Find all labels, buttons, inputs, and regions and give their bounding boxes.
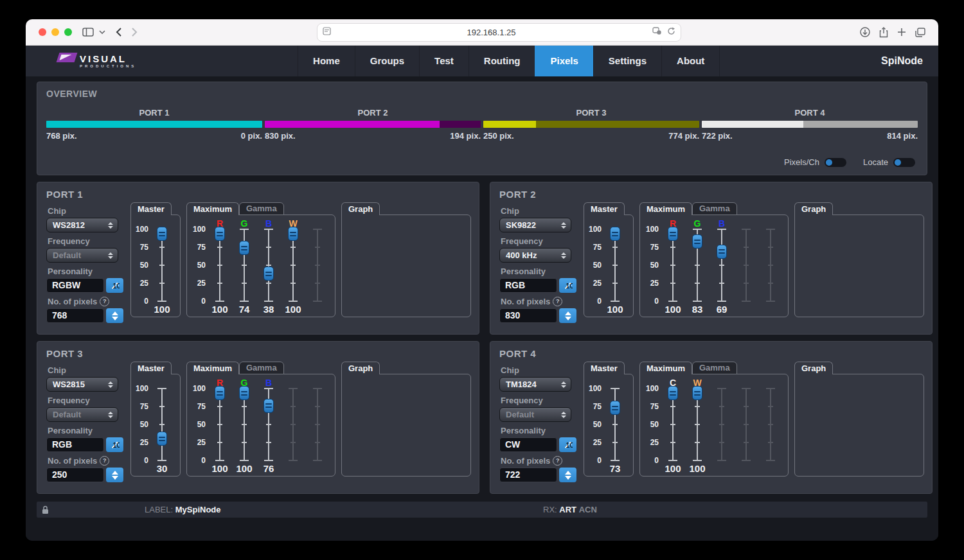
- nav-tab-routing[interactable]: Routing: [469, 46, 535, 76]
- nav-tab-about[interactable]: About: [661, 46, 720, 76]
- pixels-stepper[interactable]: [106, 308, 123, 323]
- handle-ridge: [159, 437, 165, 438]
- gamma-tab[interactable]: Gamma: [239, 362, 284, 374]
- pixels-ch-toggle-label: Pixels/Ch: [784, 157, 819, 167]
- slider-tick: [695, 265, 700, 266]
- frequency-select[interactable]: Default: [499, 407, 571, 422]
- maximum-tab[interactable]: Maximum: [186, 362, 239, 374]
- slider-handle[interactable]: [668, 227, 678, 241]
- master-slider: 100: [150, 219, 174, 317]
- chip-select[interactable]: WS2815: [46, 377, 118, 392]
- graph-section: Graph: [341, 362, 471, 482]
- back-button[interactable]: [116, 28, 121, 37]
- pixels-stepper[interactable]: [559, 468, 576, 482]
- pixels-stepper[interactable]: [106, 468, 123, 482]
- chip-select[interactable]: WS2812: [46, 218, 118, 232]
- tab-overview-button[interactable]: [915, 27, 925, 38]
- slider-handle[interactable]: [215, 386, 225, 400]
- slider-track: [256, 389, 281, 460]
- wand-icon: 10050050100Intensity INIntensity OUT: [111, 441, 120, 450]
- slider-handle[interactable]: [263, 267, 274, 281]
- select-caret-icon: [108, 381, 113, 388]
- slider-handle[interactable]: [668, 386, 678, 400]
- window-controls: [39, 28, 72, 36]
- url-text[interactable]: 192.168.1.25: [331, 28, 652, 37]
- pixels-value[interactable]: 830: [499, 308, 557, 323]
- nav-tab-settings[interactable]: Settings: [593, 46, 661, 76]
- channel-value: 83: [692, 304, 703, 317]
- personality-wand-button[interactable]: 10050050100Intensity INIntensity OUT: [559, 437, 576, 452]
- reload-button[interactable]: [667, 26, 675, 38]
- chip-select[interactable]: TM1824: [499, 377, 571, 392]
- slider-handle[interactable]: [239, 241, 249, 255]
- locate-toggle[interactable]: [893, 158, 915, 167]
- slider-handle[interactable]: [288, 227, 298, 241]
- pixels-value[interactable]: 250: [46, 468, 104, 482]
- master-slider: 30: [150, 378, 174, 476]
- nav-tab-test[interactable]: Test: [419, 46, 469, 76]
- chip-select[interactable]: SK9822: [499, 218, 571, 232]
- sidebar-chevron-icon[interactable]: [99, 30, 105, 34]
- pixels-stepper[interactable]: [559, 308, 576, 323]
- pixels-ch-toggle[interactable]: [825, 158, 846, 167]
- pixels-value[interactable]: 722: [499, 468, 557, 482]
- slider-handle[interactable]: [215, 227, 225, 241]
- slider-handle[interactable]: [610, 401, 620, 415]
- port-free-count: 814 pix.: [887, 131, 918, 141]
- slider-handle[interactable]: [239, 386, 249, 400]
- gamma-tab[interactable]: Gamma: [692, 202, 737, 215]
- close-button[interactable]: [39, 28, 46, 36]
- channel-value: 100: [665, 463, 681, 476]
- personality-wand-button[interactable]: 10050050100Intensity INIntensity OUT: [106, 437, 123, 452]
- personality-value[interactable]: CW: [499, 437, 557, 452]
- downloads-button[interactable]: [860, 27, 870, 38]
- master-tab: Master: [584, 202, 625, 215]
- gamma-tab[interactable]: Gamma: [239, 202, 284, 215]
- sidebar-icon[interactable]: [82, 28, 94, 37]
- maximum-section: Maximum Gamma 1007550250 R100G74B38W100: [186, 202, 335, 323]
- frequency-select[interactable]: 400 kHz: [499, 248, 571, 263]
- reader-icon[interactable]: [323, 26, 331, 38]
- slider-tick: [159, 265, 165, 266]
- personality-value[interactable]: RGB: [46, 437, 104, 452]
- brand-logo[interactable]: VISUAL PRODUCTIONS: [58, 46, 136, 76]
- frequency-select[interactable]: Default: [46, 407, 118, 422]
- slider-track: [256, 229, 281, 301]
- handle-ridge: [265, 275, 272, 276]
- locate-toggle-label: Locate: [863, 157, 888, 167]
- slider-tick: [290, 442, 296, 443]
- maximum-tab[interactable]: Maximum: [186, 202, 239, 215]
- maximum-tab[interactable]: Maximum: [639, 202, 692, 215]
- nav-tab-home[interactable]: Home: [298, 46, 355, 76]
- pixels-value[interactable]: 768: [46, 308, 104, 323]
- maximum-tab[interactable]: Maximum: [639, 362, 692, 374]
- frequency-select[interactable]: Default: [46, 248, 118, 263]
- personality-label: Personality: [48, 426, 125, 435]
- slider-handle[interactable]: [692, 386, 702, 400]
- gamma-tab[interactable]: Gamma: [692, 362, 737, 374]
- share-button[interactable]: [879, 27, 888, 38]
- frequency-value: Default: [506, 410, 561, 419]
- nav-tab-groups[interactable]: Groups: [355, 46, 419, 76]
- zoom-button[interactable]: [64, 28, 72, 36]
- nav-tab-pixels[interactable]: Pixels: [535, 46, 593, 76]
- personality-value[interactable]: RGBW: [46, 278, 104, 293]
- slider-handle[interactable]: [157, 432, 167, 446]
- url-bar[interactable]: 192.168.1.25: [317, 23, 681, 42]
- forward-button[interactable]: [132, 28, 138, 37]
- slider-handle[interactable]: [263, 399, 274, 413]
- slider-handle[interactable]: [157, 227, 167, 241]
- minimize-button[interactable]: [51, 28, 59, 36]
- new-tab-button[interactable]: [897, 27, 906, 38]
- personality-wand-button[interactable]: 10050050100Intensity INIntensity OUT: [106, 278, 123, 293]
- pixels-help-icon[interactable]: ?: [553, 297, 562, 306]
- pixels-help-icon[interactable]: ?: [553, 456, 562, 466]
- personality-wand-button[interactable]: 10050050100Intensity INIntensity OUT: [559, 278, 576, 293]
- slider-handle[interactable]: [610, 227, 620, 241]
- pixels-help-icon[interactable]: ?: [100, 297, 109, 306]
- slider-handle[interactable]: [717, 245, 727, 259]
- personality-value[interactable]: RGB: [499, 278, 557, 293]
- slider-handle[interactable]: [692, 234, 702, 249]
- page-settings-icon[interactable]: [652, 26, 662, 38]
- pixels-help-icon[interactable]: ?: [100, 456, 109, 466]
